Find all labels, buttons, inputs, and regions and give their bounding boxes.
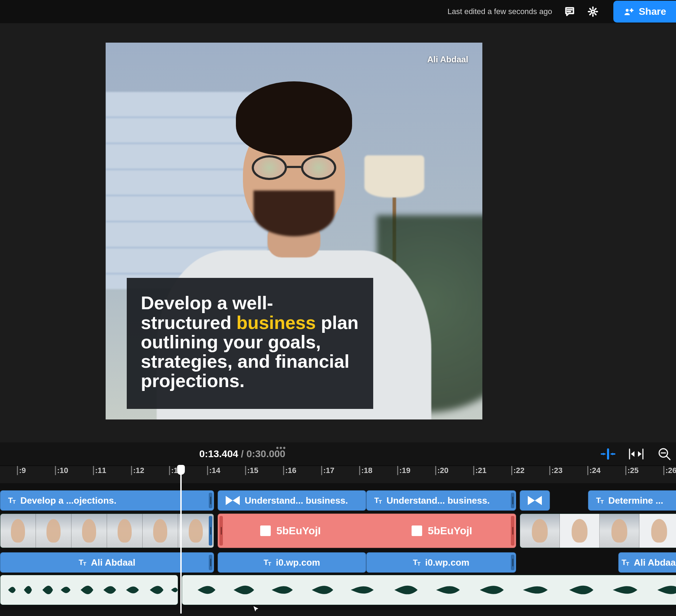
zoom-out-button[interactable]	[656, 446, 672, 462]
text-clip-label: Ali Abdaal	[91, 557, 135, 568]
last-edited-text: Last edited a few seconds ago	[447, 7, 552, 16]
playback-controls: ••• 0:13.404 / 0:30.000	[0, 442, 676, 466]
current-time: 0:13.404	[199, 448, 238, 459]
top-bar: Last edited a few seconds ago Share	[0, 0, 676, 23]
snap-button[interactable]	[628, 446, 644, 462]
zoom-out-icon	[657, 447, 671, 461]
clip-trim-right[interactable]	[209, 555, 212, 570]
clip-trim-right[interactable]	[209, 516, 212, 546]
text-track: TT Develop a ...ojections. Understand...…	[0, 490, 676, 511]
text-clip-label: Develop a ...ojections.	[20, 495, 117, 506]
split-icon	[600, 447, 616, 461]
timeline[interactable]: TT Develop a ...ojections. Understand...…	[0, 483, 676, 610]
text-clip-label: Understand... business.	[245, 495, 348, 506]
ruler-tick: :23	[549, 466, 563, 483]
transition-clip[interactable]	[520, 490, 550, 511]
ruler-tick: :18	[359, 466, 373, 483]
ruler-tick: :25	[625, 466, 639, 483]
share-people-icon	[623, 6, 634, 17]
comment-icon	[564, 6, 575, 17]
clip-trim-right[interactable]	[511, 493, 514, 508]
comments-button[interactable]	[562, 4, 577, 19]
ruler-tick: :14	[207, 466, 220, 483]
ruler-tick: :22	[511, 466, 525, 483]
text-clip[interactable]: TT Determine ...	[588, 490, 676, 511]
preview-canvas: Ali Abdaal Develop a well-structured bus…	[0, 23, 676, 442]
snap-icon	[628, 447, 644, 461]
ruler-tick: :24	[587, 466, 601, 483]
ruler-tick: :17	[321, 466, 334, 483]
timeline-tools	[600, 442, 672, 466]
text-clip[interactable]: TT i0.wp.com	[366, 552, 516, 573]
text-clip[interactable]: TT Understand... business.	[366, 490, 516, 511]
text-icon: TT	[8, 496, 15, 505]
lower-text-track: TT Ali Abdaal TT i0.wp.com TT i0.wp.com …	[0, 552, 676, 573]
text-clip-label: Understand... business.	[387, 495, 490, 506]
text-clip[interactable]: TT Ali Abdaal	[618, 552, 676, 573]
text-clip[interactable]: TT Ali Abdaal	[0, 552, 214, 573]
ruler-tick: :26	[663, 466, 676, 483]
clip-trim-left[interactable]	[219, 516, 223, 546]
audio-clip[interactable]	[182, 575, 676, 605]
time-separator: /	[238, 448, 246, 459]
text-icon: TT	[79, 558, 86, 567]
clip-trim-right[interactable]	[209, 493, 212, 508]
ruler-tick: :15	[245, 466, 258, 483]
scene-plant	[377, 215, 482, 419]
total-time: 0:30.000	[246, 448, 286, 459]
audio-clip[interactable]	[0, 575, 178, 605]
ruler-tick: :10	[55, 466, 68, 483]
gear-icon	[587, 6, 599, 17]
ruler-tick: :13	[169, 466, 182, 483]
text-clip[interactable]: Understand... business.	[218, 490, 366, 511]
ruler-tick: :16	[283, 466, 296, 483]
media-clip[interactable]: 5bEuYojI 5bEuYojI	[218, 514, 516, 548]
mouse-cursor-icon	[252, 605, 261, 614]
media-thumb-icon	[260, 525, 271, 536]
caption-overlay[interactable]: Develop a well-structured business plan …	[127, 278, 373, 409]
share-label: Share	[639, 6, 666, 17]
svg-point-1	[626, 9, 628, 12]
clip-trim-right[interactable]	[511, 516, 514, 546]
text-icon: TT	[374, 496, 382, 505]
text-clip[interactable]: TT i0.wp.com	[218, 552, 366, 573]
transition-icon	[226, 496, 240, 505]
settings-button[interactable]	[585, 4, 601, 19]
media-clip-label: 5bEuYojI	[428, 525, 472, 537]
text-icon: TT	[264, 558, 271, 567]
svg-point-0	[592, 10, 595, 13]
ruler-tick: :11	[93, 466, 106, 483]
text-clip-label: i0.wp.com	[425, 557, 469, 568]
split-clip-button[interactable]	[600, 446, 616, 462]
text-clip-label: i0.wp.com	[276, 557, 320, 568]
share-button[interactable]: Share	[613, 1, 676, 23]
video-watermark: Ali Abdaal	[427, 55, 468, 64]
media-thumb-icon	[412, 525, 422, 536]
video-clip[interactable]	[520, 514, 676, 548]
scene-shelf	[106, 92, 268, 289]
transition-icon	[528, 496, 542, 505]
caption-text-highlight: business	[237, 312, 316, 333]
svg-rect-2	[607, 448, 609, 460]
media-clip-label: 5bEuYojI	[276, 525, 321, 537]
video-preview[interactable]: Ali Abdaal Develop a well-structured bus…	[106, 43, 482, 419]
timeline-ruler[interactable]: :9 :10 :11 :12 :13 :14 :15 :16 :17 :18 :…	[0, 466, 676, 483]
text-icon: TT	[596, 496, 603, 505]
time-display: 0:13.404 / 0:30.000	[199, 448, 285, 460]
video-clip[interactable]	[0, 514, 214, 548]
text-clip[interactable]: TT Develop a ...ojections.	[0, 490, 214, 511]
text-icon: TT	[622, 558, 629, 567]
ruler-tick: :9	[17, 466, 26, 483]
ruler-tick: :12	[131, 466, 144, 483]
text-clip-label: Ali Abdaal	[634, 557, 676, 568]
text-icon: TT	[413, 558, 420, 567]
audio-track	[0, 575, 676, 605]
text-clip-label: Determine ...	[608, 495, 663, 506]
ruler-tick: :19	[397, 466, 411, 483]
ruler-tick: :21	[473, 466, 487, 483]
video-track: 5bEuYojI 5bEuYojI	[0, 514, 676, 548]
ruler-tick: :20	[435, 466, 449, 483]
clip-trim-right[interactable]	[511, 555, 514, 570]
